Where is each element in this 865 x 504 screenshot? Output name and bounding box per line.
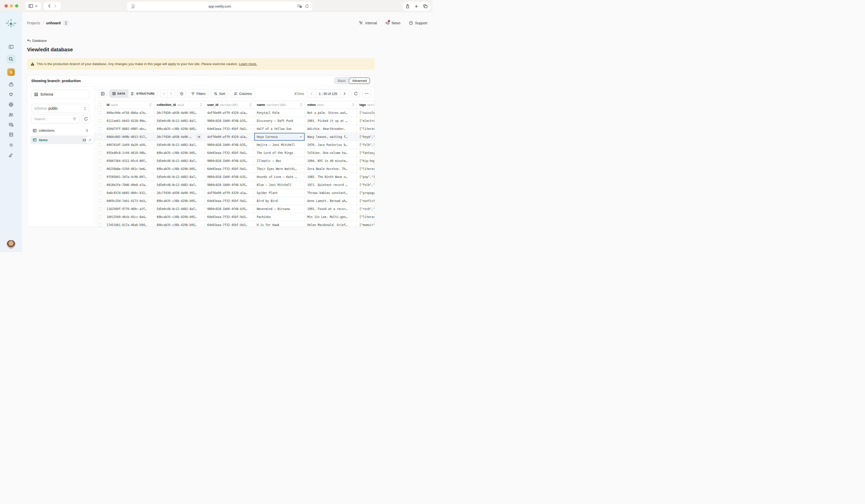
sidebar-item-billing[interactable] [7, 130, 15, 139]
cell-checkbox[interactable] [95, 189, 104, 197]
cell-tags[interactable]: ["memoir" [357, 221, 374, 227]
table-row[interactable]: 0111aeb1-bb43-4228-90e…5d5e0c48-8c12-4d8… [95, 117, 374, 125]
cell-user-id[interactable]: 4aff6e00-aff9-4329-a1a… [205, 109, 254, 117]
breadcrumb-project-name[interactable]: unhoard [46, 21, 60, 25]
row-checkbox[interactable] [97, 175, 101, 179]
cell-checkbox[interactable] [95, 165, 104, 173]
sort-button[interactable]: Sort [211, 89, 228, 98]
cell-tags[interactable]: ["literar [357, 125, 374, 133]
sort-chevrons-icon[interactable] [149, 103, 151, 106]
cell-collection-id[interactable]: 26c7fd30-a938-4a96-991… [154, 189, 205, 197]
table-row[interactable]: 0484c665-0d9b-4013-917…26c7fd30-a938-4a9… [95, 133, 374, 141]
cell-name[interactable]: Hejira — Joni Mitchell [254, 141, 305, 149]
sidebar-item-domains[interactable] [7, 100, 15, 109]
pagination-next-button[interactable] [341, 90, 349, 97]
cell-collection-id[interactable]: 89bcab35-c36b-429b-b05… [154, 125, 205, 133]
cell-checkbox[interactable] [95, 205, 104, 213]
breadcrumb-projects[interactable]: Projects [27, 21, 40, 25]
address-bar[interactable]: app.netlify.com A✦ [127, 1, 312, 11]
cell-tags[interactable]: ["electro [357, 117, 374, 125]
cell-checkbox[interactable] [95, 181, 104, 189]
open-record-button[interactable] [195, 134, 202, 140]
cell-id[interactable]: 05867364-4321-45c4-80f… [104, 157, 154, 165]
cell-tags[interactable]: ["folk"," [357, 141, 374, 149]
row-checkbox[interactable] [97, 127, 101, 131]
cell-checkbox[interactable] [95, 213, 104, 221]
cell-notes[interactable]: Anne Lamott. Reread wh… [305, 197, 357, 205]
cell-user-id[interactable]: 9804c828-1b60-4f48-b35… [205, 117, 254, 125]
cell-collection-id[interactable]: 89bcab35-c36b-429b-b05… [154, 165, 205, 173]
tab-structure[interactable]: STRUCTURE [128, 90, 158, 97]
nav-internal[interactable]: Internal [359, 21, 377, 25]
cell-name[interactable]: Illmatic — Nas [254, 157, 305, 165]
column-header-id[interactable]: id uuid [104, 101, 154, 109]
cell-tags[interactable]: ["succule [357, 109, 374, 117]
row-checkbox[interactable] [97, 119, 101, 122]
cell-notes[interactable]: Not a palm. Stores wat… [305, 109, 357, 117]
sidebar-item-usage[interactable] [7, 120, 15, 129]
next-page-button[interactable] [168, 90, 175, 97]
cell-tags[interactable]: ["propaga [357, 189, 374, 197]
zoom-window-button[interactable] [15, 4, 18, 8]
cell-collection-id[interactable]: 89bcab35-c36b-429b-b05… [154, 221, 205, 227]
tab-data[interactable]: DATA [109, 90, 128, 97]
cell-id[interactable]: 07585b61-3d7a-4c9b-807… [104, 173, 154, 181]
cell-user-id[interactable]: 4aff6e00-aff9-4329-a1a… [205, 189, 254, 197]
cell-id[interactable]: 0818e2fe-78d6-40e8-a7a… [104, 181, 154, 189]
cell-checkbox[interactable] [95, 197, 104, 205]
sidebar-item-settings[interactable] [7, 140, 15, 149]
cell-user-id[interactable]: 64e02eaa-7f32-45bf-9a3… [205, 213, 254, 221]
cell-notes[interactable]: Min Jin Lee. Multi-gen… [305, 213, 357, 221]
project-switcher-button[interactable] [62, 20, 69, 26]
translate-icon[interactable]: A✦ [297, 4, 302, 8]
cell-id[interactable]: 0497d1df-2a59-4a20-a50… [104, 141, 154, 149]
more-options-button[interactable] [362, 89, 371, 98]
cell-name[interactable]: Pachinko [254, 213, 305, 221]
minimize-window-button[interactable] [10, 4, 13, 8]
table-row[interactable]: 004ec0de-ef16-4b6a-a7e…26c7fd30-a938-4a9… [95, 109, 374, 117]
history-button[interactable] [177, 89, 186, 98]
cell-user-id[interactable]: 64e02eaa-7f32-45bf-9a3… [205, 149, 254, 157]
row-checkbox[interactable] [97, 151, 101, 155]
cell-collection-id[interactable]: 89bcab35-c36b-429b-b05… [154, 149, 205, 157]
schema-select[interactable]: schema: public [31, 104, 89, 113]
cell-checkbox[interactable] [95, 125, 104, 133]
sort-chevrons-icon[interactable] [300, 103, 302, 106]
reload-icon[interactable] [305, 4, 309, 8]
cell-notes[interactable]: 1985. The Ninth Wave n… [305, 173, 357, 181]
filter-lines-icon[interactable] [73, 118, 76, 120]
share-icon[interactable] [406, 4, 410, 9]
cell-notes[interactable]: Adichie. Heartbreaker. [305, 125, 357, 133]
learn-more-link[interactable]: Learn more. [239, 62, 257, 66]
cell-tags[interactable]: ["nonfict [357, 197, 374, 205]
new-tab-icon[interactable] [415, 4, 418, 8]
advanced-mode-button[interactable]: Advanced [349, 78, 370, 84]
cell-checkbox[interactable] [95, 173, 104, 181]
cell-notes[interactable]: 2001. Picked it up at … [305, 117, 357, 125]
filters-button[interactable]: Filters [188, 89, 208, 98]
row-checkbox[interactable] [97, 167, 101, 171]
cell-collection-id[interactable]: 5d5e0c48-8c12-4d82-8a7… [154, 141, 205, 149]
cell-notes[interactable]: 1991. Found at a recor… [305, 205, 357, 213]
cell-tags[interactable]: ["pop","1 [357, 173, 374, 181]
cell-tags[interactable]: ["folk"," [357, 181, 374, 189]
nav-news[interactable]: News [385, 21, 401, 25]
cell-notes[interactable]: 1971. Quietest record … [305, 181, 357, 189]
row-checkbox[interactable] [97, 223, 101, 227]
selected-cell[interactable]: Hoya Carnosa [254, 133, 305, 141]
row-checkbox[interactable] [97, 207, 101, 211]
cell-name[interactable]: Nevermind — Nirvana [254, 205, 305, 213]
basic-mode-button[interactable]: Basic [334, 78, 349, 84]
cell-name[interactable]: Spider Plant [254, 189, 305, 197]
cell-user-id[interactable]: 9804c828-1b60-4f48-b35… [205, 205, 254, 213]
cell-collection-id[interactable]: 5d5e0c48-8c12-4d82-8a7… [154, 117, 205, 125]
table-row[interactable]: 17451db1-b17a-46ab-b9d…89bcab35-c36b-429… [95, 221, 374, 227]
cell-id[interactable]: 004ec0de-ef16-4b6a-a7e… [104, 109, 154, 117]
cell-notes[interactable]: Tolkien. One-volume ha… [305, 149, 357, 157]
cell-id[interactable]: 020d73ff-8882-498f-abc… [104, 125, 154, 133]
reader-view-icon[interactable] [131, 4, 135, 9]
close-window-button[interactable] [4, 4, 8, 8]
pagination-prev-button[interactable] [307, 90, 315, 97]
column-header-tags[interactable]: tags text[ [357, 101, 374, 109]
cell-collection-id[interactable]: 26c7fd30-a938-4a96-… [154, 133, 205, 141]
